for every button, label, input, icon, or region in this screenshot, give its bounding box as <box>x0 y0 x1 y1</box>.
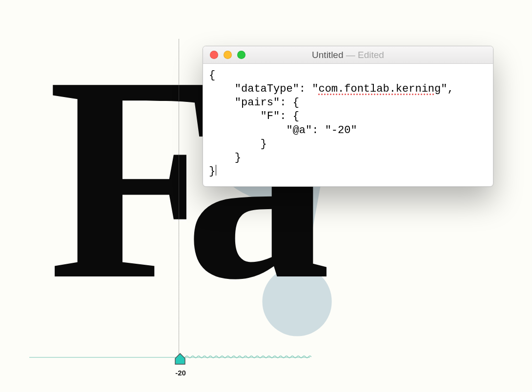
zoom-icon[interactable] <box>237 51 246 59</box>
kern-value-readout: -20 <box>166 369 195 377</box>
baseline-kern-indicator <box>180 355 311 359</box>
window-title-status: Edited <box>358 50 384 60</box>
sidebearing-guide <box>179 39 179 358</box>
close-icon[interactable] <box>210 51 218 59</box>
svg-marker-0 <box>175 353 185 364</box>
window-title: Untitled — Edited <box>203 50 493 60</box>
window-title-name: Untitled <box>312 50 343 60</box>
text-editor-window[interactable]: Untitled — Edited { "dataType": "com.fon… <box>203 46 493 187</box>
text-cursor <box>216 165 216 176</box>
code-editor[interactable]: { "dataType": "com.fontlab.kerning", "pa… <box>203 64 493 186</box>
traffic-lights <box>203 51 246 59</box>
spellcheck-underline: com.fontlab.kerning <box>318 83 441 95</box>
minimize-icon[interactable] <box>224 51 232 59</box>
kern-handle[interactable] <box>174 353 186 365</box>
window-titlebar[interactable]: Untitled — Edited <box>203 46 493 64</box>
